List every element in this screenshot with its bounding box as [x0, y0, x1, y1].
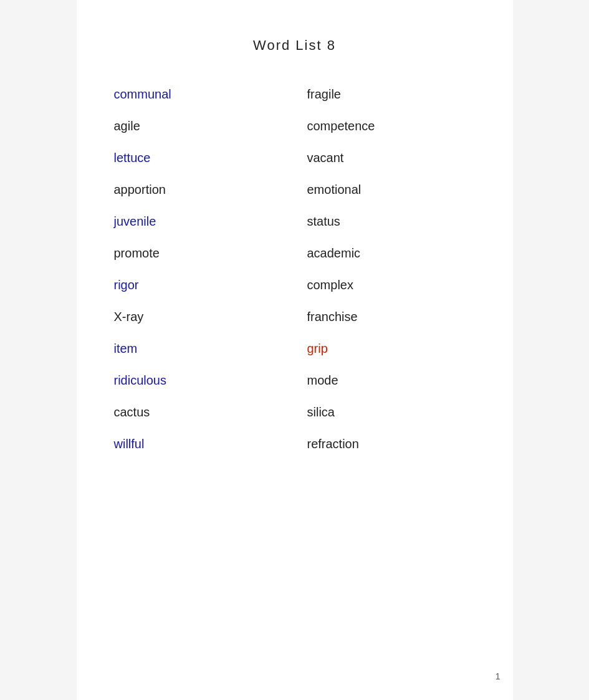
word-right: mode [295, 373, 488, 388]
word-right: silica [295, 405, 488, 420]
word-right: refraction [295, 437, 488, 451]
word-row: willfulrefraction [102, 428, 488, 460]
word-row: itemgrip [102, 333, 488, 365]
word-left: item [102, 342, 295, 356]
word-left: ridiculous [102, 373, 295, 388]
word-row: ridiculousmode [102, 365, 488, 396]
word-left: cactus [102, 405, 295, 420]
word-right: complex [295, 278, 488, 292]
content-area: Word List 8 communalfragileagilecompeten… [77, 0, 513, 700]
word-right: emotional [295, 183, 488, 197]
page-number: 1 [496, 671, 500, 681]
word-left: rigor [102, 278, 295, 292]
word-left: agile [102, 119, 295, 133]
word-right: fragile [295, 87, 488, 102]
word-right: competence [295, 119, 488, 133]
word-row: agilecompetence [102, 110, 488, 142]
word-row: X-rayfranchise [102, 301, 488, 333]
word-row: apportionemotional [102, 174, 488, 206]
word-row: cactussilica [102, 396, 488, 428]
word-left: lettuce [102, 151, 295, 165]
word-left: apportion [102, 183, 295, 197]
word-row: juvenilestatus [102, 206, 488, 237]
word-left: willful [102, 437, 295, 451]
word-left: communal [102, 87, 295, 102]
word-row: lettucevacant [102, 142, 488, 174]
word-list: communalfragileagilecompetencelettucevac… [77, 79, 513, 460]
word-left: promote [102, 246, 295, 261]
word-right: academic [295, 246, 488, 261]
word-left: juvenile [102, 214, 295, 229]
word-left: X-ray [102, 310, 295, 324]
word-row: rigorcomplex [102, 269, 488, 301]
word-row: promoteacademic [102, 237, 488, 269]
page-container: Word List 8 communalfragileagilecompeten… [0, 0, 589, 700]
word-row: communalfragile [102, 79, 488, 110]
word-right: franchise [295, 310, 488, 324]
word-right: vacant [295, 151, 488, 165]
word-right: status [295, 214, 488, 229]
word-right: grip [295, 342, 488, 356]
page-title: Word List 8 [77, 37, 513, 54]
